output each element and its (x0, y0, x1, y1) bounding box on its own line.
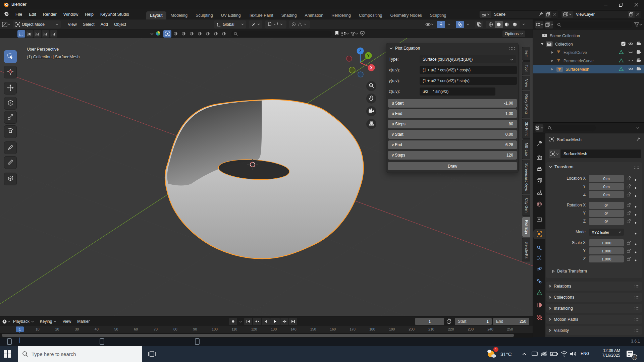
scale-x-field[interactable]: 1.000 (589, 239, 624, 246)
unlink-scene-icon[interactable] (553, 12, 556, 17)
select-mode-select-menu[interactable] (50, 30, 57, 38)
bookmark-icon[interactable] (335, 31, 339, 37)
filter-list-button[interactable] (341, 30, 349, 38)
header-icon-texture-paint[interactable] (196, 30, 204, 38)
properties-tab-particles[interactable] (533, 253, 545, 263)
expand-icon[interactable] (551, 59, 554, 63)
viewport-menu-object[interactable]: Object (111, 22, 129, 27)
properties-tab-tool[interactable] (533, 139, 545, 149)
sidebar-tab-view[interactable]: View (522, 76, 530, 90)
rotation-y-field[interactable]: 0° (589, 210, 624, 217)
viewport-menu-add[interactable]: Add (98, 22, 111, 27)
scene-browse-button[interactable] (480, 11, 491, 18)
sidebar-tab-3d-print[interactable]: 3D-Print (522, 119, 530, 139)
section-motion-paths[interactable]: Motion Paths (546, 315, 642, 324)
axis-neg-z-ball[interactable] (358, 72, 363, 77)
properties-tab-world[interactable] (533, 199, 545, 209)
keying-dropdown-icon[interactable] (239, 320, 242, 323)
eye-icon[interactable] (628, 67, 633, 72)
mobius-mesh-object[interactable] (165, 100, 364, 259)
gizmos-dropdown[interactable] (445, 21, 453, 28)
sidebar-tab-screencast-keys[interactable]: Screencast Keys (522, 160, 530, 194)
panel-drag-handle[interactable] (635, 328, 639, 333)
object-name-field[interactable]: SurfaceMesh (560, 149, 641, 158)
xray-toggle[interactable] (475, 21, 483, 28)
scale-z-lock-icon[interactable] (627, 256, 631, 262)
slider-v-start[interactable]: v Start0.00 (388, 130, 517, 139)
mode-animate-dot[interactable] (635, 231, 637, 236)
shading-rendered[interactable] (511, 21, 519, 28)
timeline-menu-view[interactable]: View (59, 319, 74, 324)
properties-tab-scene[interactable] (533, 188, 545, 198)
auto-keying-button[interactable] (229, 318, 237, 325)
overlays-dropdown[interactable] (464, 21, 472, 28)
eye-closed-icon[interactable] (628, 50, 633, 55)
play-button[interactable] (270, 318, 280, 325)
collapse-chevron-icon[interactable] (389, 47, 393, 50)
mode-selector[interactable]: Object Mode (13, 20, 61, 28)
workspace-tab-sculpting[interactable]: Sculpting (192, 11, 216, 19)
sidebar-tab-mb-lab[interactable]: MB-Lab (522, 139, 530, 159)
viewlayer-selector[interactable]: ViewLayer (561, 10, 641, 18)
object-name[interactable]: ParametricCurve (564, 59, 619, 63)
header-icon-vertex-paint[interactable] (179, 30, 187, 38)
properties-tab-render[interactable] (533, 153, 545, 163)
camera-icon[interactable] (636, 67, 641, 72)
nav-zoom-button[interactable] (366, 81, 376, 91)
options-button[interactable]: Options (502, 31, 525, 37)
workspace-tab-modeling[interactable]: Modeling (167, 11, 192, 19)
language-indicator[interactable]: ENG (581, 351, 589, 356)
rotation-z-animate-dot[interactable] (635, 220, 637, 225)
slider-u-start[interactable]: u Start-1.00 (388, 99, 517, 108)
outliner-row-surfacemesh[interactable]: SurfaceMesh (533, 65, 644, 73)
header-icon-grease-pencil[interactable] (220, 30, 228, 38)
sidebar-tab-plot-eqn[interactable]: Plot Eqn (522, 217, 530, 237)
panel-drag-handle[interactable] (509, 46, 515, 51)
snapping-controls[interactable] (265, 20, 286, 28)
location-z-lock-icon[interactable] (627, 192, 631, 197)
slider-u-steps[interactable]: u Steps80 (388, 120, 517, 128)
section-collections[interactable]: Collections (546, 293, 642, 302)
scale-z-animate-dot[interactable] (635, 258, 637, 262)
sidebar-tab-tool[interactable]: Tool (522, 61, 530, 75)
properties-tab-texture[interactable] (533, 313, 545, 323)
location-y-lock-icon[interactable] (627, 184, 631, 189)
workspace-tab-shading[interactable]: Shading (278, 11, 301, 19)
wifi-icon[interactable] (560, 351, 568, 358)
properties-tab-collection[interactable] (533, 215, 545, 225)
eye-icon[interactable] (628, 42, 633, 47)
outliner-filter-collection[interactable] (545, 21, 553, 28)
type-dropdown[interactable]: Surface (x(u,v),y(u,v),z(u,v)) (420, 55, 516, 63)
pivot-point-button[interactable] (249, 20, 262, 28)
workspace-tab-geometry-nodes[interactable]: Geometry Nodes (386, 11, 425, 19)
panel-drag-handle[interactable] (635, 317, 639, 322)
section-relations[interactable]: Relations (546, 282, 642, 291)
axis-neg-x-ball[interactable] (346, 56, 352, 61)
timeline-ruler[interactable]: 1102030405060708090100110120130140150160… (0, 326, 533, 333)
frame-start-field[interactable]: Start 1 (455, 318, 492, 325)
tray-expand-chevron-icon[interactable] (522, 352, 527, 357)
workspace-tab-compositing[interactable]: Compositing (355, 11, 386, 19)
rotation-z-lock-icon[interactable] (627, 219, 631, 224)
gizmos-toggle[interactable] (437, 21, 445, 28)
jump-to-start-button[interactable] (244, 318, 252, 325)
outliner-row-explicitcurve[interactable]: ExplicitCurve (533, 48, 644, 57)
delta-transform-toggle[interactable]: Delta Transform (552, 269, 587, 274)
object-name[interactable]: SurfaceMesh (566, 67, 619, 72)
axis-neg-y-ball[interactable] (349, 67, 355, 73)
proportional-editing[interactable] (289, 20, 310, 28)
sidebar-tab-item[interactable]: Item (522, 47, 530, 61)
shading-material-preview[interactable] (503, 21, 511, 28)
slider-u-end[interactable]: u End1.00 (388, 109, 517, 118)
properties-tab-modifiers[interactable] (533, 243, 545, 253)
viewport-menu-select[interactable]: Select (80, 22, 98, 27)
location-x-field[interactable]: 0 m (589, 175, 624, 182)
properties-tab-constraints[interactable] (533, 277, 545, 287)
overlays-toggle[interactable] (456, 21, 464, 28)
equation-input-x[interactable]: (1 + u/2 * cos(v/2)) * cos(v) (420, 66, 517, 74)
falloff-sphere-icon[interactable] (156, 31, 161, 37)
tool-move[interactable] (4, 82, 17, 95)
viewport-menu-view[interactable]: View (65, 22, 80, 27)
header-icon-physics-mode[interactable] (212, 30, 220, 38)
sidebar-tab-blenderkit[interactable]: BlenderKit (522, 238, 530, 262)
